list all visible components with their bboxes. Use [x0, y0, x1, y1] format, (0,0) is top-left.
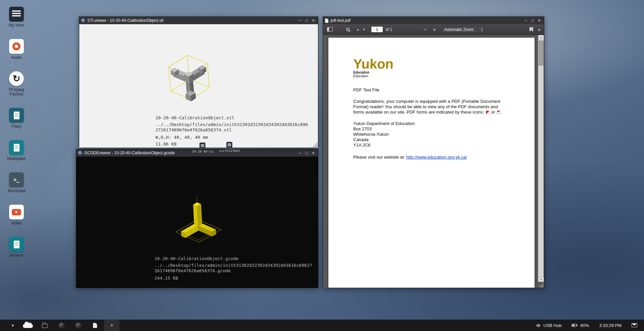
zoom-out-button[interactable]: −: [422, 27, 428, 32]
taskbar-cloud-button[interactable]: [20, 320, 36, 331]
close-button[interactable]: ×: [536, 17, 543, 24]
close-button[interactable]: ×: [310, 150, 317, 156]
envelope-icon: [632, 323, 637, 327]
stl-viewer-window: STLviewer - 10-20-40-CalibrationObject.s…: [79, 16, 318, 147]
zoom-level-value: Automatic Zoom: [444, 27, 473, 32]
taskbar-left: ▾ +: [0, 320, 120, 331]
scroll-down-button[interactable]: ▼: [538, 277, 544, 282]
dropdown-divider: [477, 27, 478, 32]
page-number-input[interactable]: [371, 26, 383, 33]
scroll-up-button[interactable]: ▲: [538, 35, 544, 40]
file-label: 10-20-40-Ca: [192, 150, 213, 153]
desktop-file-icon[interactable]: 10-20-40-Ca: [192, 142, 213, 153]
taskbar-new-button[interactable]: +: [104, 320, 120, 331]
pdf-body-or: or: [491, 110, 495, 115]
maximize-button[interactable]: □: [303, 17, 310, 24]
desktop-icon-label: TerminalA: [7, 189, 26, 193]
search-icon[interactable]: [346, 28, 350, 31]
website-link[interactable]: http://www.education.gov.yk.ca/: [406, 155, 467, 160]
usb-icon: [535, 323, 541, 328]
desktop-icon-my-host[interactable]: My Host: [5, 7, 28, 28]
taskbar-pdf-button[interactable]: [87, 320, 103, 331]
maximize-button[interactable]: □: [303, 150, 310, 156]
stl-3d-model: [162, 48, 216, 106]
bookmark-icon[interactable]: [530, 27, 533, 32]
desktop-icon-column: My Host Audio ↻ FFmpeg Factory Filary No…: [5, 7, 28, 269]
recycle-arrows-icon: ↻: [9, 71, 24, 86]
gcode-file-name: 10-20-40-CalibrationObject.gcode: [154, 256, 313, 261]
app-orb-icon: [59, 323, 64, 328]
pdf-app-icon: [325, 18, 328, 23]
window-controls: – □ ×: [296, 17, 317, 24]
desktop-icon-ffmpeg-factory[interactable]: ↻ FFmpeg Factory: [5, 71, 28, 96]
stl-viewport[interactable]: 10-20-40-CalibrationObject.stl ../../Des…: [79, 24, 318, 148]
desktop-icon-terminala[interactable]: >_ TerminalA: [5, 172, 28, 193]
toolbar-overflow-chevrons[interactable]: »: [538, 27, 541, 32]
document-page-icon: [93, 323, 97, 328]
minimize-button[interactable]: –: [522, 17, 529, 24]
window-title: STLviewer - 10-20-40-CalibrationObject.s…: [87, 18, 296, 23]
maximize-button[interactable]: □: [529, 17, 536, 24]
usb-hub-label: USB Hub: [543, 323, 561, 328]
file-icon: [226, 142, 232, 148]
gcode-viewer-window: GCODEviewer - 10-20-40-CalibrationObject…: [76, 149, 318, 288]
dropdown-arrows-icon: ▴▾: [481, 27, 483, 32]
desktop-icon-label: NotepadA: [7, 157, 26, 161]
taskbar-stl-viewer-button[interactable]: [54, 320, 69, 331]
desktop-icon-notepada[interactable]: NotepadA: [5, 140, 28, 161]
pdf-viewer-window: pdf-test.pdf – □ × ▲ ▼ of 1 − + Automati…: [323, 16, 544, 288]
gcode-viewport[interactable]: 10-20-40-CalibrationObject.gcode ../../D…: [76, 157, 318, 288]
file-icon: [199, 142, 205, 149]
desktop-icon-label: WriterA: [9, 253, 23, 258]
stl-dimensions: W,D,H: 40, 40, 40 mm: [155, 135, 309, 140]
minimize-button[interactable]: –: [296, 150, 303, 156]
vertical-scrollbar[interactable]: ▲ ▼: [538, 35, 544, 282]
previous-page-button[interactable]: ▲: [355, 28, 361, 31]
website-line: Please visit our website at: http://www.…: [353, 155, 516, 160]
desktop-icon-label: FFmpeg Factory: [5, 88, 28, 96]
pdf-toolbar: ▲ ▼ of 1 − + Automatic Zoom ▴▾ »: [323, 24, 544, 35]
battery-percent-label: 60%: [580, 323, 589, 328]
pdf-body-text: Congratulations, your computer is equipp…: [353, 99, 500, 115]
taskbar-status-area: USB Hub 60% 3:33:29 PM: [535, 323, 644, 328]
desktop-icon-writera[interactable]: WriterA: [5, 237, 28, 258]
usb-hub-status[interactable]: USB Hub: [535, 323, 561, 328]
address-line: Canada: [353, 137, 516, 142]
stl-titlebar[interactable]: STLviewer - 10-20-40-CalibrationObject.s…: [79, 17, 318, 24]
clock[interactable]: 3:33:29 PM: [599, 323, 622, 328]
speaker-icon: [9, 39, 24, 54]
stl-file-path: ../../Desktop/files/admin/inith31302d323…: [155, 122, 309, 133]
gcode-app-icon: [78, 151, 82, 155]
desktop-icon-audio[interactable]: Audio: [5, 39, 28, 60]
writer-document-icon: [9, 237, 24, 252]
close-button[interactable]: ×: [310, 17, 317, 24]
desktop-file-icon[interactable]: inith3130d3: [219, 142, 240, 153]
taskbar-gcode-viewer-button[interactable]: [71, 320, 86, 331]
desktop-icon-filary[interactable]: Filary: [5, 108, 28, 129]
pdf-document-area[interactable]: Yukon Education Éducation PDF Test File …: [323, 35, 544, 288]
window-title: GCODEviewer - 10-20-40-CalibrationObject…: [84, 151, 296, 155]
zoom-in-button[interactable]: +: [431, 27, 438, 32]
minimize-button[interactable]: –: [296, 17, 303, 24]
computer-icon: [9, 7, 24, 22]
desktop-icon-video[interactable]: Video: [5, 205, 28, 225]
desktop-icon-label: Video: [11, 221, 22, 225]
pdf-titlebar[interactable]: pdf-test.pdf – □ ×: [323, 17, 544, 24]
zoom-level-select[interactable]: Automatic Zoom ▴▾: [441, 26, 484, 33]
resize-grip[interactable]: [539, 282, 544, 287]
battery-icon: [571, 324, 578, 327]
next-page-button[interactable]: ▼: [361, 28, 367, 31]
pdf-heading: PDF Test File: [353, 87, 516, 92]
scrollbar-thumb[interactable]: [539, 41, 543, 66]
resize-grip[interactable]: [313, 142, 318, 147]
address-block: Yukon Department of Education Box 2703 W…: [353, 121, 516, 148]
taskbar-files-button[interactable]: [37, 320, 52, 331]
battery-status[interactable]: 60%: [571, 323, 589, 328]
sidebar-toggle-icon[interactable]: [327, 27, 333, 32]
mail-status[interactable]: [632, 323, 637, 327]
notepad-icon: [9, 140, 24, 155]
pdf-form-icon: [497, 111, 500, 114]
taskbar-expand-arrow[interactable]: ▾: [7, 320, 19, 331]
address-line: Yukon Department of Education: [353, 121, 516, 126]
file-label: inith3130d3: [219, 149, 240, 153]
